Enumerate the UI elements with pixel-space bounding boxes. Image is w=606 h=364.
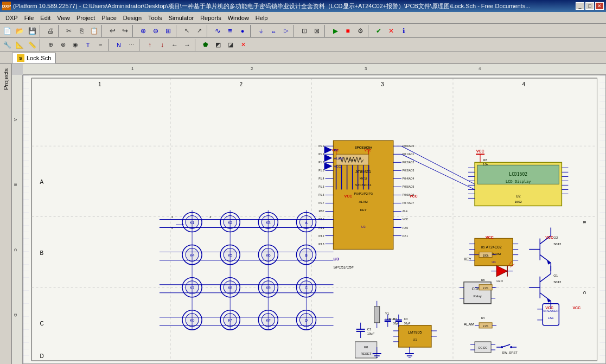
- menu-window[interactable]: Window: [225, 14, 252, 22]
- netport-button[interactable]: ▷: [280, 25, 292, 37]
- tb2-btn13[interactable]: ←: [169, 39, 181, 51]
- paste-button[interactable]: 📋: [88, 25, 100, 37]
- menu-file[interactable]: File: [21, 14, 37, 22]
- zoom-out-button[interactable]: ⊖: [150, 25, 162, 37]
- new-button[interactable]: 📄: [1, 25, 13, 37]
- menu-help[interactable]: Help: [252, 14, 271, 22]
- menu-project[interactable]: Project: [73, 14, 98, 22]
- wire-button[interactable]: ∿: [212, 25, 224, 37]
- tb2-btn12[interactable]: ↓: [156, 39, 168, 51]
- select-button[interactable]: ↖: [181, 25, 193, 37]
- ruler-mark-3: 3: [365, 66, 367, 71]
- svg-text:VCC: VCC: [403, 218, 409, 221]
- tb2-btn18[interactable]: ✕: [237, 39, 249, 51]
- schematic-canvas[interactable]: AT89S51 MCU STC89C51 P0/P1/P2/P3 ALAM KE…: [23, 75, 606, 364]
- tb2-btn10[interactable]: ⋯: [125, 39, 137, 51]
- svg-rect-213: [355, 342, 377, 358]
- svg-text:B: B: [40, 250, 44, 256]
- svg-text:P3.2: P3.2: [318, 234, 324, 238]
- gnd-button[interactable]: ⏛: [267, 25, 279, 37]
- tab-label: Lock.Sch: [27, 55, 51, 61]
- sep4: [132, 25, 136, 37]
- component-button[interactable]: ⊡: [298, 25, 310, 37]
- svg-rect-202: [374, 306, 380, 323]
- tb2-btn3[interactable]: 📏: [26, 39, 38, 51]
- tb2-btn16[interactable]: ◩: [212, 39, 224, 51]
- bus-button[interactable]: ≡: [224, 25, 236, 37]
- maximize-button[interactable]: □: [585, 2, 594, 10]
- component2-button[interactable]: ⊠: [311, 25, 323, 37]
- svg-text:VCC: VCC: [486, 235, 494, 239]
- info-button[interactable]: ℹ: [398, 25, 410, 37]
- deselect-button[interactable]: ↗: [193, 25, 205, 37]
- cross-button[interactable]: ✕: [385, 25, 397, 37]
- svg-text:P1.7: P1.7: [318, 201, 324, 205]
- print-button[interactable]: 🖨: [44, 25, 56, 37]
- menu-place[interactable]: Place: [98, 14, 120, 22]
- svg-text:2.2K: 2.2K: [483, 286, 489, 290]
- menu-tools[interactable]: Tools: [145, 14, 165, 22]
- cut-button[interactable]: ✂: [63, 25, 75, 37]
- close-button[interactable]: ✕: [595, 2, 604, 10]
- svg-text:ALE: ALE: [403, 209, 408, 213]
- tb2-btn6[interactable]: ◉: [69, 39, 81, 51]
- menu-view[interactable]: View: [54, 14, 73, 22]
- tb2-btn8[interactable]: ≈: [94, 39, 106, 51]
- menu-reports[interactable]: Reports: [197, 14, 225, 22]
- sep3: [101, 25, 105, 37]
- power-button[interactable]: ⏚: [255, 25, 267, 37]
- ruler-left: A B C D: [12, 75, 23, 364]
- svg-text:P1.2: P1.2: [318, 161, 324, 164]
- svg-text:P0/P1/P2/P3: P0/P1/P2/P3: [354, 192, 373, 195]
- tb2-btn2[interactable]: 📐: [14, 39, 25, 51]
- svg-text:VCC: VCC: [476, 149, 484, 153]
- svg-text:P1.4: P1.4: [318, 177, 324, 180]
- zoom-fit-button[interactable]: ⊞: [162, 25, 174, 37]
- svg-text:U3: U3: [334, 257, 340, 261]
- stop-button[interactable]: ■: [342, 25, 354, 37]
- check-button[interactable]: ✔: [373, 25, 385, 37]
- tb2-btn17[interactable]: ◪: [225, 39, 237, 51]
- svg-text:P0: P0: [334, 149, 339, 152]
- svg-text:3: 3: [381, 81, 384, 87]
- tb2-btn1[interactable]: 🔧: [1, 39, 13, 51]
- undo-button[interactable]: ↩: [106, 25, 118, 37]
- toolbar-main: 📄 📂 💾 🖨 ✂ ⎘ 📋 ↩ ↪ ⊕ ⊖ ⊞ ↖ ↗ ∿ ≡ ● ⏚ ⏛ ▷ …: [0, 24, 606, 38]
- tb2-btn4[interactable]: ⊕: [44, 39, 56, 51]
- minimize-button[interactable]: _: [576, 2, 584, 10]
- sep11: [40, 39, 43, 51]
- svg-text:Q1: Q1: [553, 274, 558, 277]
- schematic-grid: AT89S51 MCU STC89C51 P0/P1/P2/P3 ALAM KE…: [23, 75, 605, 363]
- menu-design[interactable]: Design: [120, 14, 145, 22]
- tb2-btn11[interactable]: ↑: [144, 39, 156, 51]
- open-button[interactable]: 📂: [14, 25, 25, 37]
- tb2-btn7[interactable]: T: [82, 39, 94, 51]
- menu-simulator[interactable]: Simulator: [165, 14, 197, 22]
- tb2-btn9[interactable]: N: [113, 39, 125, 51]
- svg-text:S012: S012: [553, 280, 562, 284]
- svg-text:4: 4: [171, 215, 173, 218]
- sep7: [250, 25, 253, 37]
- copy-button[interactable]: ⎘: [75, 25, 87, 37]
- projects-tab[interactable]: Projects: [2, 66, 10, 92]
- svg-text:10k: 10k: [483, 163, 489, 166]
- canvas-area[interactable]: 1 2 3 4 A B C D: [12, 64, 606, 364]
- zoom-in-button[interactable]: ⊕: [137, 25, 149, 37]
- menu-edit[interactable]: Edit: [37, 14, 54, 22]
- svg-text:R5: R5: [481, 246, 485, 249]
- redo-button[interactable]: ↪: [119, 25, 131, 37]
- svg-text:P1.1: P1.1: [318, 152, 324, 156]
- save-button[interactable]: 💾: [26, 25, 38, 37]
- tab-locksch[interactable]: S Lock.Sch: [12, 53, 56, 63]
- tb2-btn5[interactable]: ⊗: [57, 39, 69, 51]
- svg-text:VCC: VCC: [545, 235, 553, 239]
- projects-panel: Projects: [0, 64, 12, 364]
- run-button[interactable]: ▶: [329, 25, 341, 37]
- tb2-btn14[interactable]: →: [181, 39, 193, 51]
- compile-button[interactable]: ⚙: [354, 25, 366, 37]
- junction-button[interactable]: ●: [237, 25, 248, 37]
- svg-text:ALAM: ALAM: [334, 157, 343, 160]
- menu-dxp[interactable]: DXP: [2, 14, 21, 22]
- tb2-btn15[interactable]: ⬟: [200, 39, 212, 51]
- svg-text:LCD1602: LCD1602: [509, 172, 527, 177]
